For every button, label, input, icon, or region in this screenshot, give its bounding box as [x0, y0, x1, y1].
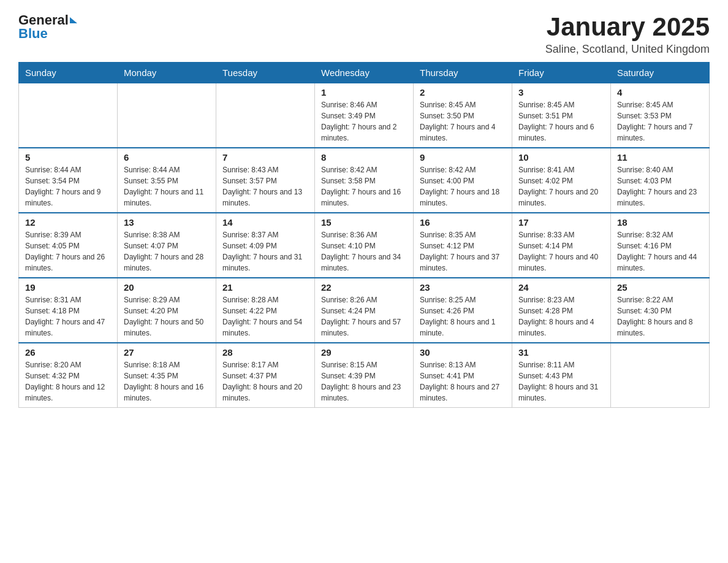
day-info: Sunrise: 8:28 AMSunset: 4:22 PMDaylight:…	[222, 294, 308, 339]
calendar-cell: 12Sunrise: 8:39 AMSunset: 4:05 PMDayligh…	[19, 213, 118, 278]
day-number: 24	[518, 282, 604, 293]
day-number: 26	[25, 347, 111, 358]
day-info: Sunrise: 8:43 AMSunset: 3:57 PMDaylight:…	[222, 164, 308, 209]
location-title: Saline, Scotland, United Kingdom	[545, 43, 710, 56]
calendar-cell: 9Sunrise: 8:42 AMSunset: 4:00 PMDaylight…	[414, 148, 512, 213]
day-info: Sunrise: 8:15 AMSunset: 4:39 PMDaylight:…	[321, 359, 407, 404]
day-number: 10	[518, 152, 604, 163]
calendar-cell: 7Sunrise: 8:43 AMSunset: 3:57 PMDaylight…	[216, 148, 315, 213]
logo: General Blue	[18, 12, 77, 42]
calendar-cell: 17Sunrise: 8:33 AMSunset: 4:14 PMDayligh…	[512, 213, 611, 278]
day-info: Sunrise: 8:39 AMSunset: 4:05 PMDaylight:…	[25, 229, 111, 274]
day-number: 17	[518, 217, 604, 228]
day-info: Sunrise: 8:32 AMSunset: 4:16 PMDaylight:…	[617, 229, 703, 274]
day-info: Sunrise: 8:40 AMSunset: 4:03 PMDaylight:…	[617, 164, 703, 209]
day-info: Sunrise: 8:26 AMSunset: 4:24 PMDaylight:…	[321, 294, 407, 339]
day-info: Sunrise: 8:46 AMSunset: 3:49 PMDaylight:…	[321, 99, 407, 144]
calendar-cell: 19Sunrise: 8:31 AMSunset: 4:18 PMDayligh…	[19, 278, 118, 343]
day-info: Sunrise: 8:18 AMSunset: 4:35 PMDaylight:…	[124, 359, 210, 404]
day-info: Sunrise: 8:17 AMSunset: 4:37 PMDaylight:…	[222, 359, 308, 404]
day-number: 12	[25, 217, 111, 228]
calendar-cell: 13Sunrise: 8:38 AMSunset: 4:07 PMDayligh…	[118, 213, 216, 278]
calendar-cell: 22Sunrise: 8:26 AMSunset: 4:24 PMDayligh…	[315, 278, 414, 343]
day-info: Sunrise: 8:25 AMSunset: 4:26 PMDaylight:…	[420, 294, 506, 339]
title-block: January 2025 Saline, Scotland, United Ki…	[545, 12, 710, 56]
calendar-cell	[118, 83, 216, 148]
calendar-cell: 26Sunrise: 8:20 AMSunset: 4:32 PMDayligh…	[19, 343, 118, 408]
day-info: Sunrise: 8:23 AMSunset: 4:28 PMDaylight:…	[518, 294, 604, 339]
day-number: 20	[124, 282, 210, 293]
day-number: 6	[124, 152, 210, 163]
calendar-cell: 11Sunrise: 8:40 AMSunset: 4:03 PMDayligh…	[611, 148, 710, 213]
calendar-cell: 10Sunrise: 8:41 AMSunset: 4:02 PMDayligh…	[512, 148, 611, 213]
calendar-week-row: 5Sunrise: 8:44 AMSunset: 3:54 PMDaylight…	[19, 148, 710, 213]
calendar-cell	[611, 343, 710, 408]
day-info: Sunrise: 8:33 AMSunset: 4:14 PMDaylight:…	[518, 229, 604, 274]
calendar-cell: 24Sunrise: 8:23 AMSunset: 4:28 PMDayligh…	[512, 278, 611, 343]
day-info: Sunrise: 8:38 AMSunset: 4:07 PMDaylight:…	[124, 229, 210, 274]
day-number: 13	[124, 217, 210, 228]
calendar-week-row: 19Sunrise: 8:31 AMSunset: 4:18 PMDayligh…	[19, 278, 710, 343]
day-info: Sunrise: 8:37 AMSunset: 4:09 PMDaylight:…	[222, 229, 308, 274]
day-info: Sunrise: 8:42 AMSunset: 3:58 PMDaylight:…	[321, 164, 407, 209]
calendar-cell: 14Sunrise: 8:37 AMSunset: 4:09 PMDayligh…	[216, 213, 315, 278]
day-info: Sunrise: 8:41 AMSunset: 4:02 PMDaylight:…	[518, 164, 604, 209]
day-of-week-header: Wednesday	[315, 63, 414, 83]
day-number: 22	[321, 282, 407, 293]
day-info: Sunrise: 8:45 AMSunset: 3:51 PMDaylight:…	[518, 99, 604, 144]
calendar-week-row: 12Sunrise: 8:39 AMSunset: 4:05 PMDayligh…	[19, 213, 710, 278]
day-number: 16	[420, 217, 506, 228]
day-number: 3	[518, 87, 604, 98]
day-number: 19	[25, 282, 111, 293]
day-of-week-header: Saturday	[611, 63, 710, 83]
calendar-cell: 6Sunrise: 8:44 AMSunset: 3:55 PMDaylight…	[118, 148, 216, 213]
calendar-cell: 27Sunrise: 8:18 AMSunset: 4:35 PMDayligh…	[118, 343, 216, 408]
day-info: Sunrise: 8:31 AMSunset: 4:18 PMDaylight:…	[25, 294, 111, 339]
calendar-cell: 15Sunrise: 8:36 AMSunset: 4:10 PMDayligh…	[315, 213, 414, 278]
day-number: 23	[420, 282, 506, 293]
calendar-cell: 5Sunrise: 8:44 AMSunset: 3:54 PMDaylight…	[19, 148, 118, 213]
day-info: Sunrise: 8:45 AMSunset: 3:50 PMDaylight:…	[420, 99, 506, 144]
calendar-table: SundayMondayTuesdayWednesdayThursdayFrid…	[18, 62, 710, 408]
calendar-cell: 8Sunrise: 8:42 AMSunset: 3:58 PMDaylight…	[315, 148, 414, 213]
calendar-cell: 1Sunrise: 8:46 AMSunset: 3:49 PMDaylight…	[315, 83, 414, 148]
calendar-cell	[216, 83, 315, 148]
day-number: 29	[321, 347, 407, 358]
calendar-cell: 30Sunrise: 8:13 AMSunset: 4:41 PMDayligh…	[414, 343, 512, 408]
calendar-cell: 3Sunrise: 8:45 AMSunset: 3:51 PMDaylight…	[512, 83, 611, 148]
day-info: Sunrise: 8:42 AMSunset: 4:00 PMDaylight:…	[420, 164, 506, 209]
page-header: General Blue January 2025 Saline, Scotla…	[18, 12, 710, 56]
calendar-cell: 21Sunrise: 8:28 AMSunset: 4:22 PMDayligh…	[216, 278, 315, 343]
day-info: Sunrise: 8:36 AMSunset: 4:10 PMDaylight:…	[321, 229, 407, 274]
day-info: Sunrise: 8:11 AMSunset: 4:43 PMDaylight:…	[518, 359, 604, 404]
day-number: 15	[321, 217, 407, 228]
day-number: 11	[617, 152, 703, 163]
calendar-cell: 4Sunrise: 8:45 AMSunset: 3:53 PMDaylight…	[611, 83, 710, 148]
day-number: 9	[420, 152, 506, 163]
day-number: 30	[420, 347, 506, 358]
calendar-cell: 18Sunrise: 8:32 AMSunset: 4:16 PMDayligh…	[611, 213, 710, 278]
day-number: 1	[321, 87, 407, 98]
month-title: January 2025	[545, 12, 710, 42]
day-of-week-header: Tuesday	[216, 63, 315, 83]
calendar-cell: 28Sunrise: 8:17 AMSunset: 4:37 PMDayligh…	[216, 343, 315, 408]
day-number: 18	[617, 217, 703, 228]
day-number: 7	[222, 152, 308, 163]
day-of-week-header: Sunday	[19, 63, 118, 83]
day-number: 21	[222, 282, 308, 293]
calendar-header-row: SundayMondayTuesdayWednesdayThursdayFrid…	[19, 63, 710, 83]
day-info: Sunrise: 8:22 AMSunset: 4:30 PMDaylight:…	[617, 294, 703, 339]
day-of-week-header: Friday	[512, 63, 611, 83]
calendar-cell: 25Sunrise: 8:22 AMSunset: 4:30 PMDayligh…	[611, 278, 710, 343]
calendar-cell: 20Sunrise: 8:29 AMSunset: 4:20 PMDayligh…	[118, 278, 216, 343]
day-number: 4	[617, 87, 703, 98]
day-number: 8	[321, 152, 407, 163]
calendar-cell: 31Sunrise: 8:11 AMSunset: 4:43 PMDayligh…	[512, 343, 611, 408]
day-info: Sunrise: 8:29 AMSunset: 4:20 PMDaylight:…	[124, 294, 210, 339]
day-number: 2	[420, 87, 506, 98]
day-info: Sunrise: 8:13 AMSunset: 4:41 PMDaylight:…	[420, 359, 506, 404]
calendar-cell: 2Sunrise: 8:45 AMSunset: 3:50 PMDaylight…	[414, 83, 512, 148]
calendar-cell: 29Sunrise: 8:15 AMSunset: 4:39 PMDayligh…	[315, 343, 414, 408]
calendar-cell	[19, 83, 118, 148]
logo-blue: Blue	[18, 26, 48, 42]
